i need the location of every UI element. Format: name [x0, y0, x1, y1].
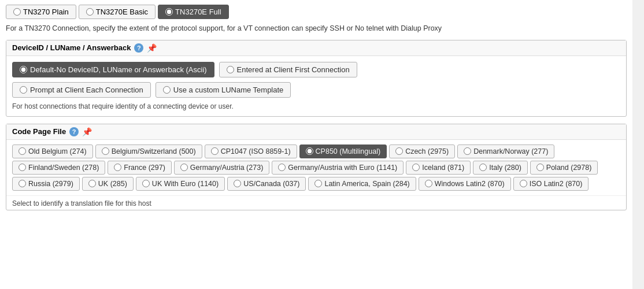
tab-tn3270ebasic[interactable]: TN3270E Basic: [79, 5, 156, 19]
radio-prompt-each-label: Prompt at Client Each Connection: [30, 86, 143, 94]
radio-cp-russia[interactable]: [18, 180, 26, 187]
cp-option-old_belgium[interactable]: Old Belgium (274): [12, 144, 93, 158]
tab-tn3270ebasic-label: TN3270E Basic: [96, 8, 148, 16]
radio-option-prompt-each[interactable]: Prompt at Client Each Connection: [12, 82, 151, 98]
cp-label-iso_latin2: ISO Latin2 (870): [530, 180, 583, 188]
tab-tn3270efull[interactable]: TN3270E Full: [158, 5, 228, 19]
codepage-title: Code Page File: [12, 127, 66, 136]
radio-option-entered-first[interactable]: Entered at Client First Connection: [219, 62, 357, 77]
cp-option-germany_austria_euro[interactable]: Germany/Austria with Euro (1141): [272, 161, 404, 175]
codepage-footer-note: Select to identify a translation file fo…: [6, 195, 626, 210]
radio-cp-belgium_switz[interactable]: [102, 147, 109, 155]
codepage-pin-icon[interactable]: 📌: [82, 127, 92, 136]
cp-option-latin_america[interactable]: Latin America, Spain (284): [308, 177, 416, 191]
radio-option-default-no[interactable]: Default-No DeviceID, LUName or Answerbac…: [12, 62, 214, 77]
radio-tn3270plain[interactable]: [13, 8, 21, 16]
cp-label-windows_latin2: Windows Latin2 (870): [435, 180, 505, 188]
tab-tn3270plain[interactable]: TN3270 Plain: [6, 5, 76, 19]
deviceid-pin-icon[interactable]: 📌: [147, 43, 157, 53]
tab-tn3270plain-label: TN3270 Plain: [23, 8, 69, 16]
cp-label-france: France (297): [124, 164, 165, 172]
radio-cp-windows_latin2[interactable]: [425, 180, 432, 187]
codepage-section: Code Page File ? 📌 Old Belgium (274)Belg…: [6, 124, 627, 210]
radio-entered-first[interactable]: [227, 66, 234, 73]
radio-custom-luname-label: Use a custom LUName Template: [173, 86, 284, 94]
main-scroll-container[interactable]: TN3270 Plain TN3270E Basic TN3270E Full …: [0, 0, 632, 289]
cp-option-finland_sweden[interactable]: Finland/Sweden (278): [12, 161, 105, 175]
cp-label-finland_sweden: Finland/Sweden (278): [28, 164, 99, 172]
cp-label-uk: UK (285): [98, 180, 127, 188]
radio-prompt-each[interactable]: [20, 86, 27, 94]
radio-cp-cp850[interactable]: [306, 147, 313, 155]
radio-cp-iceland[interactable]: [412, 164, 420, 171]
deviceid-help-icon[interactable]: ?: [134, 43, 143, 53]
codepage-section-header: Code Page File ? 📌: [6, 124, 626, 140]
cp-option-cp850[interactable]: CP850 (Multilingual): [299, 144, 387, 158]
radio-cp-cp1047[interactable]: [211, 147, 219, 155]
cp-label-us_canada: US/Canada (037): [243, 180, 299, 188]
cp-option-poland[interactable]: Poland (2978): [530, 161, 598, 175]
radio-tn3270ebasic[interactable]: [86, 8, 94, 16]
cp-option-us_canada[interactable]: US/Canada (037): [227, 177, 306, 191]
cp-label-cp1047: CP1047 (ISO 8859-1): [221, 147, 291, 155]
cp-label-denmark_norway: Denmark/Norway (277): [473, 147, 548, 155]
cp-label-latin_america: Latin America, Spain (284): [324, 180, 409, 188]
deviceid-section-header: DeviceID / LUName / Answerback ? 📌: [6, 40, 626, 56]
radio-cp-poland[interactable]: [536, 164, 544, 171]
radio-custom-luname[interactable]: [163, 86, 171, 94]
cp-option-iso_latin2[interactable]: ISO Latin2 (870): [513, 177, 589, 191]
radio-tn3270efull[interactable]: [165, 8, 173, 16]
codepage-help-icon[interactable]: ?: [69, 127, 79, 136]
cp-option-iceland[interactable]: Iceland (871): [406, 161, 471, 175]
radio-cp-france[interactable]: [114, 164, 121, 171]
cp-label-germany_austria: Germany/Austria (273): [190, 164, 263, 172]
cp-option-germany_austria[interactable]: Germany/Austria (273): [174, 161, 269, 175]
cp-label-old_belgium: Old Belgium (274): [28, 147, 87, 155]
radio-cp-uk[interactable]: [88, 180, 96, 187]
cp-option-denmark_norway[interactable]: Denmark/Norway (277): [457, 144, 554, 158]
deviceid-options-row2: Prompt at Client Each Connection Use a c…: [12, 82, 620, 98]
protocol-tab-row: TN3270 Plain TN3270E Basic TN3270E Full: [6, 5, 627, 19]
radio-cp-old_belgium[interactable]: [18, 147, 26, 155]
deviceid-title: DeviceID / LUName / Answerback: [12, 43, 131, 52]
radio-cp-germany_austria[interactable]: [180, 164, 188, 171]
cp-label-russia: Russia (2979): [28, 180, 73, 188]
cp-label-germany_austria_euro: Germany/Austria with Euro (1141): [288, 164, 397, 172]
radio-cp-iso_latin2[interactable]: [520, 180, 527, 187]
cp-label-uk_euro: UK With Euro (1140): [152, 180, 219, 188]
cp-option-czech[interactable]: Czech (2975): [389, 144, 455, 158]
radio-cp-uk_euro[interactable]: [142, 180, 150, 187]
radio-cp-finland_sweden[interactable]: [18, 164, 26, 171]
cp-label-cp850: CP850 (Multilingual): [316, 147, 381, 155]
radio-default-no[interactable]: [20, 66, 27, 73]
radio-cp-germany_austria_euro[interactable]: [278, 164, 286, 171]
deviceid-section: DeviceID / LUName / Answerback ? 📌 Defau…: [6, 40, 627, 117]
cp-label-iceland: Iceland (871): [422, 164, 464, 172]
cp-option-uk_euro[interactable]: UK With Euro (1140): [136, 177, 225, 191]
cp-option-windows_latin2[interactable]: Windows Latin2 (870): [419, 177, 511, 191]
radio-cp-us_canada[interactable]: [234, 180, 241, 187]
deviceid-section-content: Default-No DeviceID, LUName or Answerbac…: [6, 56, 626, 116]
cp-option-france[interactable]: France (297): [108, 161, 172, 175]
radio-cp-denmark_norway[interactable]: [464, 147, 471, 155]
codepage-grid: Old Belgium (274)Belgium/Switzerland (50…: [6, 140, 626, 195]
cp-option-belgium_switz[interactable]: Belgium/Switzerland (500): [95, 144, 202, 158]
cp-option-cp1047[interactable]: CP1047 (ISO 8859-1): [205, 144, 297, 158]
cp-option-uk[interactable]: UK (285): [82, 177, 134, 191]
radio-cp-italy[interactable]: [479, 164, 487, 171]
cp-option-italy[interactable]: Italy (280): [473, 161, 528, 175]
cp-label-czech: Czech (2975): [405, 147, 449, 155]
deviceid-options-row1: Default-No DeviceID, LUName or Answerbac…: [12, 62, 620, 77]
radio-entered-first-label: Entered at Client First Connection: [237, 65, 350, 74]
cp-label-belgium_switz: Belgium/Switzerland (500): [112, 147, 196, 155]
cp-label-italy: Italy (280): [489, 164, 521, 172]
radio-default-no-label: Default-No DeviceID, LUName or Answerbac…: [30, 65, 207, 74]
cp-option-russia[interactable]: Russia (2979): [12, 177, 80, 191]
tab-tn3270efull-label: TN3270E Full: [175, 8, 221, 16]
protocol-info-text: For a TN3270 Connection, specify the ext…: [6, 24, 627, 34]
radio-cp-latin_america[interactable]: [314, 180, 322, 187]
radio-option-custom-luname[interactable]: Use a custom LUName Template: [156, 82, 291, 98]
radio-cp-czech[interactable]: [395, 147, 403, 155]
cp-label-poland: Poland (2978): [546, 164, 592, 172]
deviceid-note: For host connections that require identi…: [12, 102, 620, 110]
